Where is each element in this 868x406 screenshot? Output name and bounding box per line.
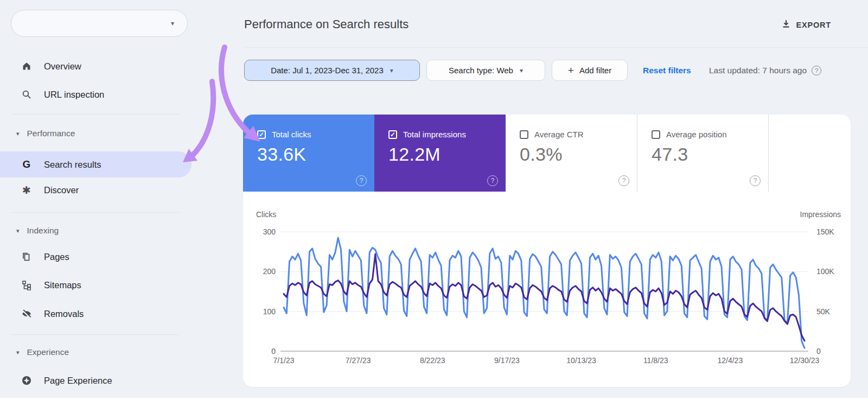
- metric-label: Average position: [666, 130, 726, 139]
- svg-text:12/4/23: 12/4/23: [717, 356, 743, 365]
- help-icon[interactable]: ?: [812, 66, 821, 75]
- sidebar: ▾ Overview URL inspection ▾ Performance …: [0, 0, 240, 398]
- sidebar-item-label: Overview: [44, 61, 81, 72]
- svg-text:9/17/23: 9/17/23: [494, 356, 520, 365]
- sidebar-item-sitemaps[interactable]: Sitemaps: [0, 273, 206, 297]
- svg-text:Impressions: Impressions: [800, 210, 841, 219]
- metric-value: 0.3%: [520, 144, 563, 165]
- sidebar-item-pages[interactable]: Pages: [0, 245, 206, 269]
- chevron-down-icon: ▾: [390, 67, 393, 74]
- chevron-down-icon: ▾: [520, 67, 523, 74]
- sidebar-section-experience[interactable]: ▾ Experience: [0, 343, 206, 361]
- sidebar-item-discover[interactable]: ✱ Discover: [0, 178, 206, 202]
- svg-text:0: 0: [271, 347, 276, 356]
- export-label: EXPORT: [796, 21, 831, 29]
- sidebar-divider: [11, 334, 179, 335]
- svg-text:0: 0: [816, 347, 821, 356]
- total-clicks-checkbox[interactable]: ✓: [257, 130, 266, 139]
- add-filter-button[interactable]: + Add filter: [552, 60, 628, 81]
- total-impressions-checkbox[interactable]: ✓: [388, 130, 397, 139]
- svg-text:100: 100: [263, 307, 276, 316]
- search-icon: [21, 88, 33, 100]
- chevron-down-icon: ▾: [171, 20, 174, 27]
- metric-label: Total impressions: [403, 130, 466, 139]
- metric-value: 33.6K: [257, 144, 306, 165]
- help-icon[interactable]: ?: [618, 175, 629, 186]
- collapse-caret-icon: ▾: [16, 349, 20, 356]
- svg-text:Clicks: Clicks: [256, 210, 276, 219]
- pages-icon: [21, 251, 33, 263]
- average-position-checkbox[interactable]: [652, 130, 660, 139]
- sidebar-item-page-experience[interactable]: Page Experience: [0, 369, 206, 392]
- svg-text:7/27/23: 7/27/23: [346, 356, 371, 365]
- help-icon[interactable]: ?: [750, 175, 761, 186]
- sidebar-section-label: Experience: [27, 347, 69, 357]
- sidebar-item-label: Pages: [44, 252, 69, 262]
- sidebar-section-label: Performance: [27, 129, 75, 138]
- search-type-label: Search type: Web: [449, 66, 513, 75]
- header-divider: [245, 47, 868, 48]
- total-clicks-card[interactable]: ✓ Total clicks 33.6K ?: [243, 115, 374, 192]
- sidebar-item-label: URL inspection: [44, 90, 104, 100]
- metric-value: 47.3: [652, 144, 688, 165]
- metric-value: 12.2M: [388, 144, 441, 165]
- collapse-caret-icon: ▾: [16, 130, 20, 137]
- svg-text:11/8/23: 11/8/23: [643, 356, 668, 365]
- sidebar-item-label: Search results: [44, 160, 101, 170]
- sidebar-item-label: Removals: [44, 309, 84, 319]
- sidebar-item-label: Discover: [44, 185, 79, 195]
- svg-text:150K: 150K: [816, 227, 834, 236]
- help-icon[interactable]: ?: [356, 175, 367, 186]
- collapse-caret-icon: ▾: [16, 227, 20, 234]
- home-icon: [21, 60, 33, 72]
- sidebar-item-overview[interactable]: Overview: [0, 54, 206, 78]
- property-selector[interactable]: ▾: [11, 10, 188, 37]
- average-position-card[interactable]: Average position 47.3 ?: [637, 115, 768, 192]
- page-experience-icon: [21, 375, 33, 386]
- svg-text:100K: 100K: [816, 267, 834, 276]
- download-icon: [781, 19, 791, 31]
- export-button[interactable]: EXPORT: [781, 16, 831, 34]
- svg-text:50K: 50K: [816, 307, 831, 316]
- sidebar-item-removals[interactable]: Removals: [0, 302, 206, 326]
- average-ctr-checkbox[interactable]: [520, 130, 528, 139]
- svg-text:200: 200: [263, 267, 276, 276]
- page-title: Performance on Search results: [244, 17, 409, 31]
- help-icon[interactable]: ?: [487, 175, 498, 186]
- svg-text:300: 300: [263, 227, 276, 236]
- sidebar-section-label: Indexing: [27, 226, 59, 236]
- search-type-filter-chip[interactable]: Search type: Web ▾: [426, 60, 545, 81]
- date-filter-label: Date: Jul 1, 2023-Dec 31, 2023: [271, 66, 384, 75]
- svg-text:12/30/23: 12/30/23: [790, 356, 820, 365]
- bottom-strip: [0, 398, 868, 406]
- last-updated: Last updated: 7 hours ago ?: [709, 60, 821, 81]
- svg-text:10/13/23: 10/13/23: [566, 356, 596, 365]
- metric-divider: [768, 115, 769, 192]
- sitemaps-icon: [21, 279, 33, 291]
- reset-filters-link[interactable]: Reset filters: [643, 60, 691, 81]
- plus-icon: +: [568, 65, 574, 75]
- add-filter-label: Add filter: [579, 66, 611, 75]
- metric-label: Total clicks: [272, 130, 311, 139]
- sidebar-item-url-inspection[interactable]: URL inspection: [0, 83, 206, 106]
- discover-icon: ✱: [21, 184, 33, 196]
- metric-label: Average CTR: [534, 130, 584, 139]
- sidebar-item-label: Page Experience: [44, 376, 112, 386]
- sidebar-section-performance[interactable]: ▾ Performance: [0, 124, 206, 143]
- sidebar-section-indexing[interactable]: ▾ Indexing: [0, 221, 206, 240]
- date-filter-chip[interactable]: Date: Jul 1, 2023-Dec 31, 2023 ▾: [244, 60, 420, 81]
- last-updated-text: Last updated: 7 hours ago: [709, 66, 807, 75]
- google-g-icon: G: [21, 158, 33, 170]
- sidebar-divider: [11, 212, 179, 213]
- sidebar-item-label: Sitemaps: [44, 280, 81, 290]
- average-ctr-card[interactable]: Average CTR 0.3% ?: [506, 115, 637, 192]
- performance-chart: 0010050K200100K300150KClicksImpressions7…: [243, 192, 851, 387]
- performance-panel: ✓ Total clicks 33.6K ? ✓ Total impressio…: [243, 115, 851, 387]
- total-impressions-card[interactable]: ✓ Total impressions 12.2M ?: [374, 115, 506, 192]
- eye-off-icon: [21, 308, 33, 320]
- svg-text:7/1/23: 7/1/23: [273, 356, 295, 365]
- sidebar-item-search-results[interactable]: G Search results: [0, 151, 192, 177]
- sidebar-divider: [11, 114, 179, 115]
- svg-text:8/22/23: 8/22/23: [420, 356, 445, 365]
